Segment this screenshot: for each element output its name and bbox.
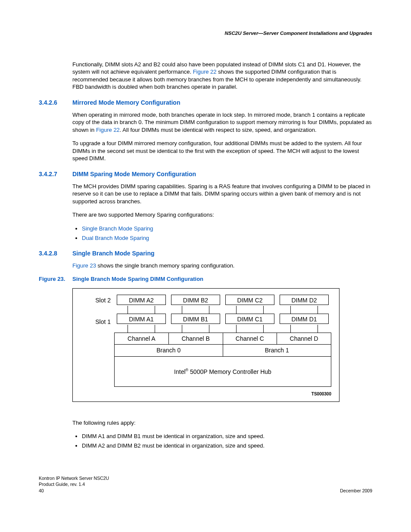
slot-1-label: Slot 1: [81, 316, 111, 327]
text: 5000P Memory Controller Hub: [188, 368, 271, 375]
figure-23-caption: Figure 23. Single Branch Mode Sparing DI…: [39, 275, 372, 283]
footer-product: Kontron IP Network Server NSC2U: [39, 475, 109, 481]
page-header: NSC2U Server—Server Component Installati…: [39, 30, 372, 37]
page-number: 40: [39, 488, 109, 494]
memory-controller-hub: Intel® 5000P Memory Controller Hub: [114, 357, 331, 387]
dimm-d2: DIMM D2: [280, 295, 328, 305]
section-title: Mirrored Mode Memory Configuration: [72, 99, 180, 107]
dimm-diagram: Slot 2 Slot 1 DIMM A2 DIMM B2 DIMM C2 DI…: [72, 288, 339, 402]
paragraph: There are two supported Memory Sparing c…: [72, 211, 372, 219]
section-number: 3.4.2.6: [39, 99, 72, 107]
paragraph: Figure 23 shows the single branch memory…: [72, 262, 372, 270]
intro-paragraph: Functionally, DIMM slots A2 and B2 could…: [72, 61, 372, 91]
slot-2-label: Slot 2: [81, 295, 111, 306]
text: . All four DIMMs must be identical with …: [120, 127, 317, 133]
figure-22-link[interactable]: Figure 22: [96, 127, 120, 133]
section-number: 3.4.2.7: [39, 170, 72, 178]
dimm-b1: DIMM B1: [171, 314, 220, 324]
figure-number: Figure 23.: [39, 275, 72, 283]
list-item: Dual Branch Mode Sparing: [82, 234, 372, 242]
channel-b: Channel B: [168, 333, 223, 345]
dimm-a2: DIMM A2: [117, 295, 165, 305]
rules-list: DIMM A1 and DIMM B1 must be identical in…: [82, 432, 372, 449]
text: Intel: [174, 368, 185, 375]
channel-c: Channel C: [223, 333, 277, 345]
list-item: DIMM A1 and DIMM B1 must be identical in…: [82, 432, 372, 440]
figure-22-link[interactable]: Figure 22: [193, 68, 217, 75]
dimm-d1: DIMM D1: [280, 314, 328, 324]
footer-guide: Product Guide, rev. 1.4: [39, 481, 109, 487]
branch-1: Branch 1: [223, 345, 332, 357]
sparing-config-list: Single Branch Mode Sparing Dual Branch M…: [82, 225, 372, 242]
figure-title: Single Branch Mode Sparing DIMM Configur…: [72, 275, 203, 283]
section-3-4-2-6: 3.4.2.6 Mirrored Mode Memory Configurati…: [39, 99, 372, 107]
single-branch-link[interactable]: Single Branch Mode Sparing: [82, 225, 153, 232]
paragraph: The MCH provides DIMM sparing capabiliti…: [72, 183, 372, 205]
rules-intro: The following rules apply:: [72, 419, 372, 427]
list-item: DIMM A2 and DIMM B2 must be identical in…: [82, 442, 372, 450]
channel-a: Channel A: [114, 333, 168, 345]
figure-23-link[interactable]: Figure 23: [72, 262, 96, 269]
footer-date: December 2009: [340, 488, 372, 494]
dimm-b2: DIMM B2: [171, 295, 220, 305]
branch-0: Branch 0: [114, 345, 223, 357]
page-footer: Kontron IP Network Server NSC2U Product …: [39, 475, 372, 494]
text: shows the single branch memory sparing c…: [96, 262, 235, 269]
section-3-4-2-8: 3.4.2.8 Single Branch Mode Sparing: [39, 249, 372, 258]
section-number: 3.4.2.8: [39, 249, 72, 258]
paragraph: When operating in mirrored mode, both br…: [72, 111, 372, 134]
section-title: DIMM Sparing Mode Memory Configuration: [72, 170, 196, 178]
diagram-code: TS000300: [81, 391, 331, 397]
dimm-a1: DIMM A1: [117, 314, 165, 324]
section-title: Single Branch Mode Sparing: [72, 249, 155, 258]
dimm-c1: DIMM C1: [225, 314, 274, 324]
dimm-c2: DIMM C2: [225, 295, 274, 305]
channel-d: Channel D: [277, 333, 331, 345]
paragraph: To upgrade a four DIMM mirrored memory c…: [72, 140, 372, 162]
section-3-4-2-7: 3.4.2.7 DIMM Sparing Mode Memory Configu…: [39, 170, 372, 178]
list-item: Single Branch Mode Sparing: [82, 225, 372, 233]
dual-branch-link[interactable]: Dual Branch Mode Sparing: [82, 235, 149, 241]
